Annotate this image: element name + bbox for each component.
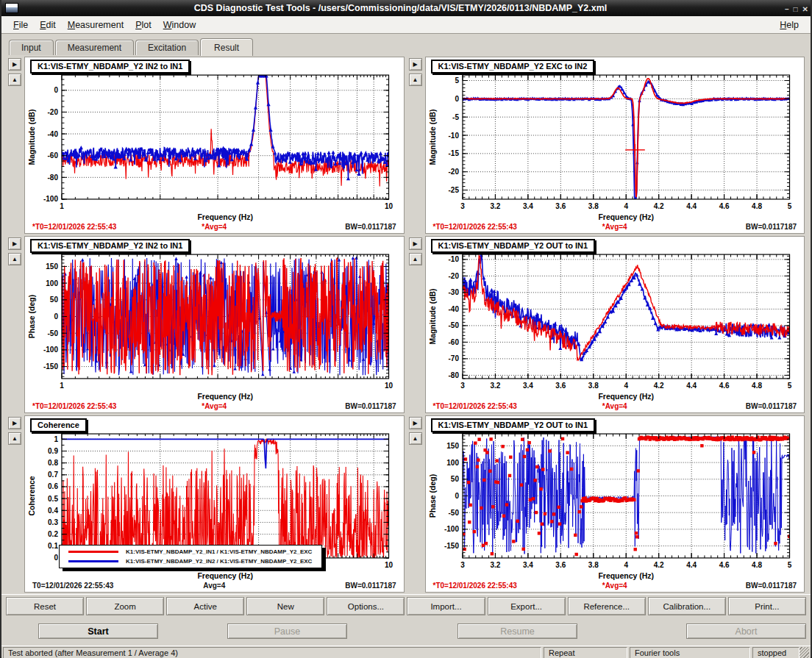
svg-text:Phase (deg): Phase (deg) xyxy=(28,295,36,338)
right-arrow-icon: ▶ xyxy=(13,61,17,68)
plot-canvas[interactable]: 1100-20-40-60-80-100Frequency (Hz)Magnit… xyxy=(24,57,405,234)
right-arrow-icon: ▶ xyxy=(413,61,417,68)
tab-measurement[interactable]: Measurement xyxy=(55,40,134,55)
plot-panel-out-in1-phase: ▶ ▲ 33.23.43.63.844.24.44.64.85150100500… xyxy=(408,415,805,593)
svg-text:-30: -30 xyxy=(448,288,459,296)
panel-collapse-button[interactable]: ▲ xyxy=(409,432,422,445)
plot-footer: *T0=12/01/2026 22:55:43 *Avg=4 BW=0.0117… xyxy=(433,402,797,412)
plot-bw-label: BW=0.0117187 xyxy=(345,223,396,231)
svg-text:-100: -100 xyxy=(43,346,58,354)
panel-controls: ▶ ▲ xyxy=(7,237,24,268)
svg-text:4.2: 4.2 xyxy=(653,382,663,390)
toolbar-button-zoom[interactable]: Zoom xyxy=(86,597,164,615)
svg-text:4.2: 4.2 xyxy=(653,561,663,569)
plot-panel-in2-in1-magnitude: ▶ ▲ 1100-20-40-60-80-100Frequency (Hz)Ma… xyxy=(7,57,405,234)
plot-toolbar: ResetZoomActiveNewOptions...Import...Exp… xyxy=(1,594,811,618)
panel-detach-button[interactable]: ▶ xyxy=(8,58,21,71)
plot-bw-label: BW=0.0117187 xyxy=(746,402,797,410)
toolbar-button-active[interactable]: Active xyxy=(166,597,244,615)
panel-detach-button[interactable]: ▶ xyxy=(409,58,422,71)
toolbar-button-export[interactable]: Export... xyxy=(488,597,566,615)
plot-avg-label: *Avg=4 xyxy=(202,223,227,231)
svg-text:3: 3 xyxy=(460,202,465,210)
svg-text:-70: -70 xyxy=(448,354,459,362)
svg-text:0.6: 0.6 xyxy=(48,482,58,490)
plot-title: Coherence xyxy=(30,418,87,432)
svg-text:3.4: 3.4 xyxy=(522,561,533,569)
status-message: Test aborted (after Measurement 1 / Aver… xyxy=(3,647,541,658)
svg-text:-20: -20 xyxy=(448,168,459,176)
panel-detach-button[interactable]: ▶ xyxy=(409,417,422,429)
control-button-abort: Abort xyxy=(686,623,806,639)
panel-collapse-button[interactable]: ▲ xyxy=(8,74,21,86)
tab-excitation[interactable]: Excitation xyxy=(135,40,199,55)
measurement-controls: StartPauseResumeAbort xyxy=(1,618,811,646)
svg-text:100: 100 xyxy=(46,279,58,287)
up-arrow-icon: ▲ xyxy=(12,76,18,83)
panel-detach-button[interactable]: ▶ xyxy=(409,237,422,250)
toolbar-button-import[interactable]: Import... xyxy=(407,597,485,615)
panel-collapse-button[interactable]: ▲ xyxy=(409,253,422,265)
svg-text:1: 1 xyxy=(60,202,64,210)
svg-text:10: 10 xyxy=(385,202,393,210)
minimize-button[interactable]: – xyxy=(785,5,789,13)
plot-footer: *T0=12/01/2026 22:55:43 *Avg=4 BW=0.0117… xyxy=(433,223,797,232)
menu-measurement[interactable]: Measurement xyxy=(62,18,129,32)
menu-plot[interactable]: Plot xyxy=(129,18,157,32)
plot-canvas[interactable]: 33.23.43.63.844.24.44.64.8550-5-10-15-20… xyxy=(425,57,805,234)
menu-file[interactable]: File xyxy=(7,18,34,32)
plot-footer: *T0=12/01/2026 22:55:43 *Avg=4 BW=0.0117… xyxy=(32,402,396,412)
close-button[interactable]: ✕ xyxy=(802,5,808,13)
svg-text:-20: -20 xyxy=(48,108,59,116)
svg-text:3.2: 3.2 xyxy=(490,382,500,390)
resize-grip[interactable] xyxy=(799,647,809,658)
toolbar-button-print[interactable]: Print... xyxy=(728,597,806,615)
up-arrow-icon: ▲ xyxy=(12,435,18,442)
toolbar-button-reference[interactable]: Reference... xyxy=(568,597,646,615)
panel-collapse-button[interactable]: ▲ xyxy=(8,253,21,265)
window-controls: –□✕ xyxy=(783,1,811,15)
plot-footer: *T0=12/01/2026 22:55:43 *Avg=4 BW=0.0117… xyxy=(32,223,396,232)
toolbar-button-calibration[interactable]: Calibration... xyxy=(648,597,726,615)
plot-canvas[interactable]: 33.23.43.63.844.24.44.64.85-10-20-30-40-… xyxy=(425,236,805,413)
right-arrow-icon: ▶ xyxy=(13,420,17,426)
panel-detach-button[interactable]: ▶ xyxy=(8,417,21,429)
svg-text:4: 4 xyxy=(624,561,628,569)
svg-text:5: 5 xyxy=(787,382,791,390)
svg-text:4.4: 4.4 xyxy=(686,202,697,210)
toolbar-button-options[interactable]: Options... xyxy=(327,597,405,615)
svg-text:4: 4 xyxy=(624,202,628,210)
svg-text:0.1: 0.1 xyxy=(48,542,58,550)
panel-collapse-button[interactable]: ▲ xyxy=(409,74,422,86)
title-bar[interactable]: CDS Diagnostic Test Tools - /users/Commi… xyxy=(1,0,811,16)
toolbar-button-new[interactable]: New xyxy=(246,597,324,615)
right-arrow-icon: ▶ xyxy=(413,240,417,247)
control-button-pause: Pause xyxy=(227,623,347,639)
control-button-start[interactable]: Start xyxy=(38,623,158,639)
svg-text:-50: -50 xyxy=(448,509,459,517)
svg-text:100: 100 xyxy=(446,459,459,467)
status-bar: Test aborted (after Measurement 1 / Aver… xyxy=(1,646,811,658)
right-arrow-icon: ▶ xyxy=(413,420,417,426)
tab-result[interactable]: Result xyxy=(200,38,253,56)
panel-collapse-button[interactable]: ▲ xyxy=(8,432,21,445)
plot-canvas[interactable]: 33.23.43.63.844.24.44.64.85150100500-50-… xyxy=(425,415,805,593)
menu-window[interactable]: Window xyxy=(157,18,202,32)
tab-input[interactable]: Input xyxy=(9,40,54,55)
svg-text:-40: -40 xyxy=(448,305,459,313)
toolbar-button-reset[interactable]: Reset xyxy=(6,597,84,615)
menu-help[interactable]: Help xyxy=(774,18,805,32)
plot-canvas[interactable]: 11010.90.80.70.60.50.40.30.20.10Frequenc… xyxy=(24,415,405,593)
plot-panel-exc-in2-magnitude: ▶ ▲ 33.23.43.63.844.24.44.64.8550-5-10-1… xyxy=(408,57,805,234)
maximize-button[interactable]: □ xyxy=(794,5,798,13)
menu-edit[interactable]: Edit xyxy=(34,18,62,32)
svg-text:Coherence: Coherence xyxy=(28,476,36,515)
panel-detach-button[interactable]: ▶ xyxy=(8,237,21,250)
plot-bw-label: BW=0.0117187 xyxy=(746,223,797,231)
up-arrow-icon: ▲ xyxy=(413,435,419,442)
svg-text:-80: -80 xyxy=(448,371,459,379)
plot-legend: K1:VIS-ETMY_NBDAMP_Y2_IN1 / K1:VIS-ETMY_… xyxy=(59,545,322,568)
svg-text:0: 0 xyxy=(455,95,459,103)
plot-canvas[interactable]: 110150100500-50-100-150Frequency (Hz)Pha… xyxy=(24,236,405,413)
up-arrow-icon: ▲ xyxy=(12,256,18,262)
